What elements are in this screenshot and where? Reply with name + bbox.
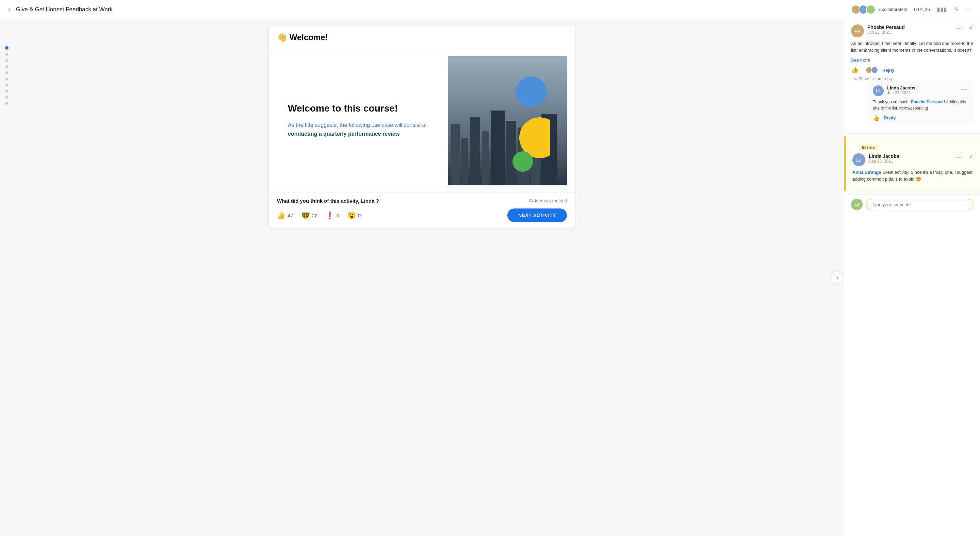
main-layout: 👋 Welcome! Welcome to this course! As th… — [0, 19, 980, 536]
reaction-question: What did you think of this activity, Lin… — [277, 198, 567, 204]
dot-3[interactable] — [5, 59, 8, 62]
slide-right — [448, 56, 567, 186]
nerd-emoji: 🤓 — [301, 211, 310, 219]
internal-comment-check: ✓ — [969, 153, 973, 160]
reply-phoebe-button[interactable]: Reply — [882, 68, 894, 73]
card-body: Welcome to this course! As the title sug… — [269, 49, 575, 192]
dot-10[interactable] — [5, 102, 8, 105]
slide-title: Welcome to this course! — [288, 103, 437, 114]
reaction-thumbsup[interactable]: 👍 47 — [277, 211, 293, 219]
like-phoebe-button[interactable]: 👍 — [851, 66, 859, 74]
timer: 0:01:25 — [914, 7, 930, 12]
reply-avatar-2 — [871, 66, 878, 74]
comment-phoebe-header: PP Phoebe Persaud Jun 23, 2021 ⋯ ✓ — [851, 24, 973, 37]
right-panel: PP Phoebe Persaud Jun 23, 2021 ⋯ ✓ As an… — [844, 19, 980, 536]
comment-phoebe-actions: 👍 Reply — [851, 66, 973, 74]
comment-phoebe-date: Jun 23, 2021 — [867, 30, 953, 35]
dot-6[interactable] — [5, 78, 8, 80]
nested-reply-linda: LJ Linda Jacobs Jun 23, 2021 ⋯ Thank you… — [867, 81, 973, 125]
welcome-emoji: 👋 — [277, 33, 287, 42]
comment-phoebe-author: Phoebe Persaud — [867, 24, 953, 30]
content-area: 👋 Welcome! Welcome to this course! As th… — [14, 19, 830, 536]
internal-comment-author: Linda Jacobs — [869, 153, 953, 159]
city-background — [448, 56, 567, 186]
internal-comment-more[interactable]: ⋯ — [956, 153, 963, 161]
nerd-count: 22 — [312, 212, 318, 218]
collaborators-count: 3 collaborators — [878, 7, 907, 12]
nested-reply-text-start: Thank you so much, — [873, 100, 911, 105]
slide-body-line1: As the title suggests, the following use… — [288, 122, 427, 128]
avatar-linda-reply: LJ — [873, 86, 884, 96]
reply-nested-button[interactable]: Reply — [884, 115, 896, 121]
thumbsup-emoji: 👍 — [277, 211, 285, 219]
internal-comment-header: LJ Linda Jacobs Sep 20, 2021 ⋯ ✓ — [853, 153, 973, 166]
avatar-stack — [851, 5, 875, 14]
exclaim-count: 0 — [336, 212, 339, 218]
dot-7[interactable] — [5, 84, 8, 86]
nested-reply-header: LJ Linda Jacobs Jun 23, 2021 ⋯ — [873, 86, 968, 96]
avatar-3 — [866, 5, 875, 14]
dot-5[interactable] — [5, 71, 8, 74]
reply-arrow-icon: ↳ — [854, 76, 857, 81]
nested-reply-meta: Linda Jacobs Jun 23, 2021 — [887, 86, 958, 95]
internal-comment-text: Anna Strange Great activity! Since it's … — [853, 169, 973, 182]
reactions-row: 👍 47 🤓 22 ❗ 0 😮 0 NEXT ACT — [277, 208, 567, 222]
collaborators: 3 collaborators — [851, 5, 907, 14]
show-replies-text[interactable]: Show 1 more reply — [859, 76, 892, 81]
internal-mention: Anna Strange — [853, 170, 881, 175]
like-nested-button[interactable]: 👍 — [873, 115, 880, 121]
nested-reply-author: Linda Jacobs — [887, 86, 958, 90]
welcome-text: Welcome! — [290, 33, 328, 42]
dot-8[interactable] — [5, 90, 8, 92]
learners-count: 84 learners reacted — [529, 198, 567, 203]
show-replies[interactable]: ↳ Show 1 more reply — [854, 76, 973, 81]
circle-green — [512, 151, 533, 172]
comment-input-area: LJ — [844, 194, 980, 214]
thumbsup-count: 47 — [288, 212, 293, 218]
comment-phoebe: PP Phoebe Persaud Jun 23, 2021 ⋯ ✓ As an… — [844, 19, 980, 134]
edit-icon[interactable]: ✎ — [954, 6, 959, 13]
nested-reply-mention: Phoebe Persaud — [911, 100, 943, 105]
progress-dots — [0, 19, 14, 536]
nested-reply-more[interactable]: ⋯ — [962, 86, 968, 93]
slide-container: Welcome to this course! As the title sug… — [277, 56, 567, 186]
nested-reply-actions: 👍 Reply — [873, 115, 968, 121]
comment-input[interactable] — [866, 199, 973, 210]
next-arrow-button[interactable]: › — [831, 271, 843, 284]
reaction-question-text: What did you think of this activity, Lin… — [277, 198, 379, 204]
reply-avatars — [865, 66, 878, 74]
course-title: Give & Get Honest Feedback at Work — [16, 6, 851, 13]
surprised-count: 0 — [358, 212, 361, 218]
avatar-phoebe: PP — [851, 24, 864, 37]
slide-body: As the title suggests, the following use… — [288, 121, 437, 138]
card-header: 👋 Welcome! — [269, 26, 575, 49]
chart-icon[interactable]: ▮▮▮ — [937, 6, 947, 13]
dot-1[interactable] — [5, 46, 8, 50]
commenter-avatar: LJ — [851, 198, 862, 210]
avatar-linda-internal: LJ — [853, 153, 865, 166]
slide-left: Welcome to this course! As the title sug… — [277, 56, 448, 186]
see-more-link[interactable]: See more — [851, 57, 870, 63]
comment-phoebe-meta: Phoebe Persaud Jun 23, 2021 — [867, 24, 953, 35]
comment-phoebe-check: ✓ — [969, 24, 973, 31]
reaction-surprised[interactable]: 😮 0 — [347, 211, 361, 219]
nav-arrow-area: › — [830, 19, 844, 536]
surprised-emoji: 😮 — [347, 211, 356, 219]
reaction-exclaim[interactable]: ❗ 0 — [326, 211, 339, 219]
internal-badge: Internal — [859, 144, 878, 150]
slide-body-bold: conducting a quarterly performance revie… — [288, 131, 399, 137]
internal-comment-date: Sep 20, 2021 — [869, 159, 953, 163]
reaction-nerd[interactable]: 🤓 22 — [301, 211, 318, 219]
back-button[interactable]: ‹ — [8, 5, 11, 13]
reaction-area: What did you think of this activity, Lin… — [269, 192, 575, 228]
header-right: 3 collaborators 0:01:25 ▮▮▮ ✎ ⋯ — [851, 5, 972, 14]
circle-blue — [516, 76, 546, 107]
more-icon[interactable]: ⋯ — [966, 6, 972, 13]
next-activity-button[interactable]: NEXT ACTIVITY — [508, 208, 567, 222]
comment-phoebe-more[interactable]: ⋯ — [956, 24, 963, 32]
dot-2[interactable] — [5, 53, 8, 56]
nested-reply-date: Jun 23, 2021 — [887, 90, 958, 95]
dot-9[interactable] — [5, 96, 8, 98]
dot-4[interactable] — [5, 65, 8, 68]
course-card: 👋 Welcome! Welcome to this course! As th… — [269, 26, 575, 228]
